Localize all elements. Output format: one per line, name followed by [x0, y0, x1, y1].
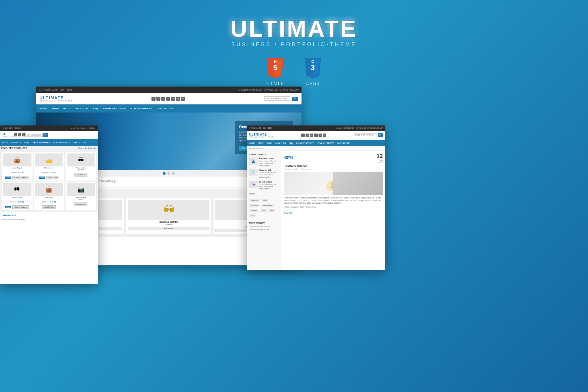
- sec-nav-theme[interactable]: THEME FEATURES: [296, 142, 314, 144]
- news-post-content: Lorem ipsum dolor sit amet, consectetur …: [284, 196, 383, 204]
- news-header-row: NEWS 12 July 2013: [284, 153, 383, 163]
- sec-yt[interactable]: y: [310, 134, 313, 137]
- sidebar-post-1: 👗 Posuere Cubilia Lorem ipsum dolor sit …: [249, 157, 279, 167]
- news-img-bg: 💰: [284, 172, 383, 195]
- sec-nav-html[interactable]: HTML ELEMENTS: [317, 142, 334, 144]
- sec-breadcrumb: HOME > NEWS: [247, 146, 385, 151]
- css3-icon: 3 C: [303, 56, 323, 79]
- login-link[interactable]: ⊙ Log In or Register: [238, 88, 262, 91]
- third-login: ⊙ Log In or Register: [3, 127, 21, 129]
- search-input[interactable]: [264, 96, 290, 101]
- sec-nav-blog[interactable]: BLOG: [267, 142, 272, 144]
- third-search-btn[interactable]: 🔍: [43, 133, 48, 137]
- svg-text:3: 3: [311, 63, 315, 72]
- sec-nav-faq[interactable]: FAQ: [289, 142, 293, 144]
- tag-exclusive[interactable]: Exclusive: [249, 204, 259, 207]
- sale-badge-s4: ● Sale: [5, 206, 11, 208]
- sec-search-btn[interactable]: 🔍: [378, 133, 383, 137]
- nav-faq[interactable]: FAQ: [93, 107, 98, 110]
- small-addcart-btn-2[interactable]: Add To Cart: [46, 176, 59, 179]
- sidebar-post-img-2: 👕: [249, 169, 258, 176]
- small-addcart-btn-3[interactable]: Add To Cart: [74, 173, 88, 177]
- email-icon[interactable]: e: [171, 97, 175, 101]
- sec-cart[interactable]: ☑ View Cart: 0 items | ($0.00): [356, 127, 383, 129]
- small-sunglasses-icon-2: 🕶: [14, 186, 20, 193]
- tag-slick[interactable]: Slick: [249, 214, 256, 217]
- third-fb[interactable]: f: [14, 133, 17, 136]
- third-nav-faq[interactable]: FAQ: [25, 142, 29, 144]
- google-icon[interactable]: g: [176, 97, 180, 101]
- tag-awesome[interactable]: Awesome: [249, 199, 260, 202]
- third-search[interactable]: [25, 133, 43, 137]
- tag-goth[interactable]: Goth: [260, 209, 267, 212]
- third-about-title: ABOUT US: [2, 214, 96, 217]
- sec-nav-shop[interactable]: SHOP: [258, 142, 264, 144]
- nav-theme-features[interactable]: THEME FEATURES: [103, 107, 126, 110]
- sec-gp[interactable]: g: [319, 134, 322, 137]
- read-more-link[interactable]: Read More: [284, 210, 383, 215]
- product-card-2: 🕶 EGESTAS SEMPER $100.00 Add To Cart: [126, 198, 211, 234]
- screenshots-container: ✆ ✆ Call : 2145 - 007 - 1566 ⊙ Log In or…: [0, 81, 588, 392]
- third-nav-contact[interactable]: CONTACT US: [73, 142, 86, 144]
- search-button[interactable]: 🔍: [292, 97, 298, 101]
- news-post-image: 💰: [284, 172, 383, 195]
- small-bag-icon-2: 👝: [45, 157, 53, 164]
- add-to-cart-btn-2[interactable]: Add To Cart: [128, 227, 209, 230]
- nav-shop[interactable]: SHOP: [52, 107, 59, 110]
- tag-new[interactable]: New: [269, 209, 275, 212]
- third-nav-theme[interactable]: THEME FEATURES: [31, 142, 50, 144]
- small-product-1: 👜 Auice frugali $200.00 $70.00 ● Sale Ch…: [2, 152, 33, 181]
- sidebar-post-img-3: 👒: [249, 181, 258, 188]
- text-widget-content: Lorem ipsum dolor sit amet, consectetur …: [249, 226, 279, 230]
- small-product-2: 👝 Alton fermen $160.00 $100.00 ● Sale Ad…: [34, 152, 65, 181]
- small-bag-icon-3: 👜: [45, 186, 53, 193]
- sec-li[interactable]: in: [323, 134, 326, 137]
- tag-cool[interactable]: Cool: [262, 199, 268, 202]
- facebook-icon[interactable]: f: [151, 97, 156, 101]
- cart-link[interactable]: ☑ View Cart: 0 items | ($0.00): [264, 88, 299, 91]
- latest-posts-title: LATEST POSTS: [249, 153, 279, 156]
- small-product-6: 📷 Pellen interd $140.00 Add To Cart: [65, 182, 96, 210]
- sec-search-input[interactable]: [354, 133, 377, 137]
- third-yt[interactable]: y: [22, 133, 25, 136]
- third-browse-btn[interactable]: Browse By Collection: [78, 147, 97, 149]
- youtube-icon[interactable]: y: [161, 97, 165, 101]
- small-addcart-btn-6[interactable]: Add To Cart: [74, 202, 88, 206]
- nav-about[interactable]: ABOUT US: [75, 107, 89, 110]
- sec-fb[interactable]: f: [301, 134, 305, 137]
- nav-blog[interactable]: BLOG: [63, 107, 71, 110]
- nav-html-elements[interactable]: HTML ELEMENTS: [130, 107, 152, 110]
- tag-fantabulous[interactable]: Fantabulous: [261, 204, 274, 207]
- sidebar-post-content-2: Vivamus Vel Lorem ipsum dolor sit amet, …: [259, 169, 279, 178]
- sec-rss[interactable]: r: [314, 134, 318, 137]
- sec-tw[interactable]: t: [306, 134, 309, 137]
- small-choose-btn-4[interactable]: Choose Options: [12, 205, 29, 209]
- product-img-2: 🕶: [128, 200, 209, 220]
- nav-contact[interactable]: CONTACT US: [157, 107, 173, 110]
- third-tw[interactable]: t: [18, 133, 21, 136]
- text-widget: TEXT WIDGET Lorem ipsum dolor sit amet, …: [249, 220, 279, 230]
- small-price-4: $140.00 $100.00: [3, 198, 31, 204]
- slide-dot-3[interactable]: [172, 172, 175, 175]
- third-nav-html[interactable]: HTML ELEMENTS: [53, 142, 70, 144]
- sec-nav-about[interactable]: ABOUT US: [275, 142, 286, 144]
- tag-fantasy[interactable]: Fantasy: [249, 209, 258, 212]
- slide-dot-1[interactable]: [163, 172, 166, 175]
- linkedin-icon[interactable]: in: [181, 97, 185, 101]
- sec-login[interactable]: ⊙ Log In or Register: [336, 127, 354, 129]
- twitter-icon[interactable]: t: [156, 97, 160, 101]
- sec-nav-home[interactable]: HOME: [249, 142, 255, 144]
- small-choose-btn-1[interactable]: Choose Options: [12, 176, 29, 179]
- small-sunglasses-icon: 🕶: [78, 157, 84, 163]
- nav-home[interactable]: HOME: [40, 107, 47, 110]
- small-addcart-btn-5[interactable]: Add To Cart: [42, 205, 56, 209]
- sec-nav-contact[interactable]: CONTACT US: [337, 142, 350, 144]
- svg-text:5: 5: [273, 63, 277, 72]
- third-nav-about[interactable]: ABOUT US: [11, 142, 22, 144]
- social-icons: f t y r e g in: [151, 97, 185, 101]
- small-bag-icon-1: 👜: [14, 157, 21, 164]
- slide-dot-2[interactable]: [167, 172, 170, 175]
- sec-content: LATEST POSTS 👗 Posuere Cubilia Lorem ips…: [247, 151, 385, 270]
- third-nav-blog[interactable]: BLOG: [2, 142, 8, 144]
- rss-icon[interactable]: r: [166, 97, 170, 101]
